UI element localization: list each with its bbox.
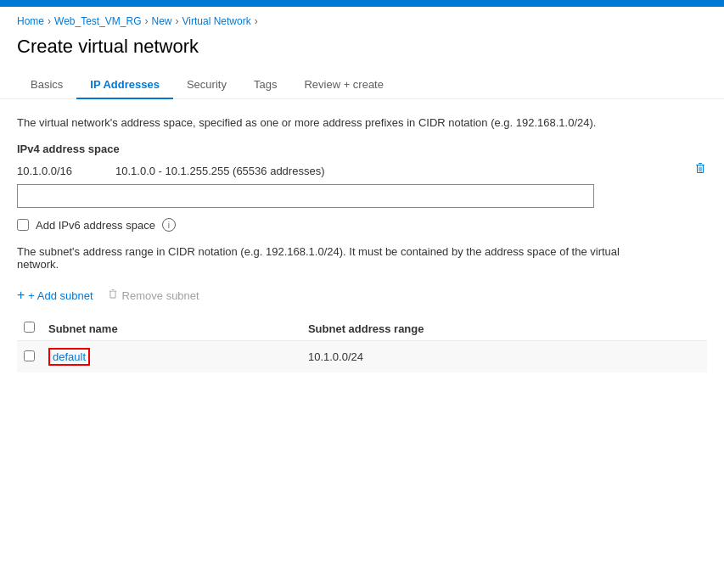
breadcrumb-vnet[interactable]: Virtual Network (182, 15, 251, 27)
ipv4-label: IPv4 address space (17, 143, 707, 155)
top-bar (0, 0, 724, 7)
subnet-description: The subnet's address range in CIDR notat… (17, 245, 662, 271)
breadcrumb-sep-1: › (48, 15, 51, 27)
row-checkbox[interactable] (24, 350, 35, 361)
plus-icon: + (17, 288, 25, 303)
page-title: Create virtual network (0, 32, 724, 71)
tabs-bar: Basics IP Addresses Security Tags Review… (0, 71, 724, 99)
breadcrumb-sep-3: › (176, 15, 179, 27)
breadcrumb: Home › Web_Test_VM_RG › New › Virtual Ne… (0, 7, 724, 32)
subnet-actions: + + Add subnet Remove subnet (17, 284, 707, 306)
tab-basics[interactable]: Basics (17, 71, 76, 99)
select-all-checkbox[interactable] (24, 322, 35, 333)
tab-ip-addresses[interactable]: IP Addresses (76, 71, 173, 99)
breadcrumb-sep-2: › (145, 15, 149, 27)
address-row: 10.1.0.0/16 10.1.0.0 - 10.1.255.255 (655… (17, 162, 707, 179)
tab-tags[interactable]: Tags (240, 71, 290, 99)
ipv6-label: Add IPv6 address space (36, 219, 155, 232)
delete-address-icon[interactable] (693, 162, 707, 179)
th-subnet-range: Subnet address range (301, 316, 707, 341)
tab-security[interactable]: Security (173, 71, 240, 99)
address-input[interactable] (17, 184, 594, 208)
th-checkbox (17, 316, 42, 341)
breadcrumb-home[interactable]: Home (17, 15, 44, 27)
info-icon: i (162, 218, 176, 232)
remove-subnet-label: Remove subnet (122, 289, 199, 302)
subnet-range-cell: 10.1.0.0/24 (301, 341, 707, 373)
address-input-wrapper (17, 184, 594, 208)
breadcrumb-new[interactable]: New (152, 15, 172, 27)
subnet-name-link[interactable]: default (48, 348, 90, 366)
add-subnet-button[interactable]: + + Add subnet (17, 284, 93, 306)
th-subnet-name: Subnet name (42, 316, 301, 341)
subnet-name-cell: default (42, 341, 301, 373)
breadcrumb-sep-4: › (255, 15, 258, 27)
remove-subnet-button[interactable]: Remove subnet (107, 285, 199, 306)
tab-review-create[interactable]: Review + create (290, 71, 397, 99)
main-content: The virtual network's address space, spe… (0, 99, 724, 389)
remove-subnet-icon (107, 288, 119, 303)
row-checkbox-cell (17, 341, 42, 373)
address-range: 10.1.0.0 - 10.1.255.255 (65536 addresses… (115, 165, 324, 177)
table-row: default 10.1.0.0/24 (17, 341, 707, 373)
ipv6-checkbox[interactable] (17, 219, 29, 231)
subnet-table: Subnet name Subnet address range default… (17, 316, 707, 372)
ip-description: The virtual network's address space, spe… (17, 116, 679, 129)
add-subnet-label: + Add subnet (28, 289, 93, 302)
address-value: 10.1.0.0/16 (17, 165, 102, 177)
ipv6-checkbox-row: Add IPv6 address space i (17, 218, 707, 232)
breadcrumb-rg[interactable]: Web_Test_VM_RG (54, 15, 142, 27)
